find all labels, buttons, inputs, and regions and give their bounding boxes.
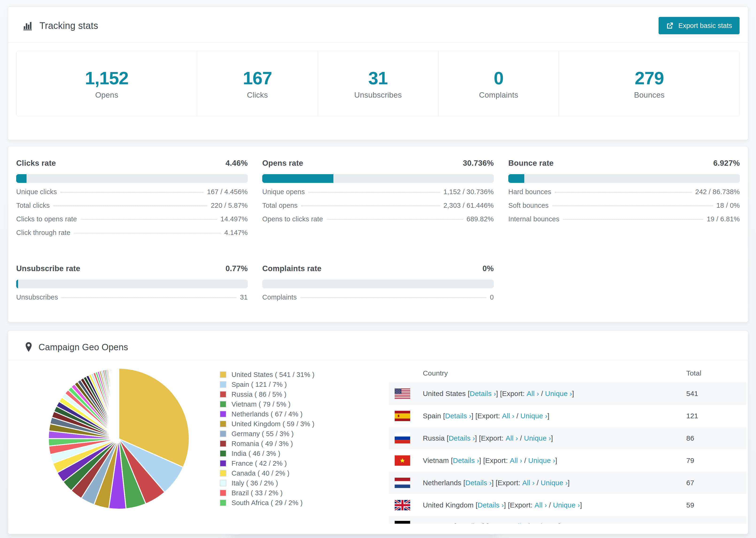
export-unique-link[interactable]: Unique › xyxy=(531,522,559,524)
export-icon xyxy=(666,22,674,29)
opens-rate-progressbar xyxy=(262,174,494,183)
rate-row-label: Unique clicks xyxy=(16,188,57,196)
export-all-link[interactable]: All › xyxy=(527,390,539,398)
export-all-link[interactable]: All › xyxy=(522,479,535,487)
rate-row-label: Clicks to opens rate xyxy=(16,215,77,223)
page-title: Tracking stats xyxy=(39,21,98,31)
export-all-link[interactable]: All › xyxy=(502,412,514,420)
rate-row-label: Internal bounces xyxy=(508,215,560,223)
legend-label: Russia ( 86 / 5% ) xyxy=(232,391,287,398)
space xyxy=(514,412,516,420)
bracket xyxy=(461,479,463,487)
stat-label: Opens xyxy=(95,91,118,99)
details-link[interactable]: Details › xyxy=(453,457,479,464)
bracket xyxy=(466,390,468,398)
rate-row-label: Opens to clicks rate xyxy=(262,215,323,223)
dotted-leader xyxy=(301,206,440,206)
legend-swatch xyxy=(220,371,226,378)
legend-swatch xyxy=(220,411,226,417)
country-name: United Kingdom xyxy=(423,501,473,509)
unsubscribe-rate-progress-fill xyxy=(16,280,18,288)
legend-item: United Kingdom ( 59 / 3% ) xyxy=(220,419,337,429)
dotted-leader xyxy=(54,206,207,206)
export-unique-link[interactable]: Unique › xyxy=(520,412,548,420)
rate-row-label: Unsubscribes xyxy=(16,294,58,301)
stat-label: Clicks xyxy=(247,91,268,99)
details-link[interactable]: Details › xyxy=(470,390,496,398)
space xyxy=(511,522,513,524)
slash: / xyxy=(549,501,551,509)
export-prefix: [Export: xyxy=(496,479,520,487)
country-total: 59 xyxy=(686,501,746,509)
details-link[interactable]: Details › xyxy=(449,434,475,442)
space xyxy=(508,457,510,464)
bracket xyxy=(449,457,451,464)
export-unique-link[interactable]: Unique › xyxy=(524,434,551,442)
rate-detail-row: Total clicks220 / 5.87% xyxy=(16,202,248,215)
export-basic-stats-button[interactable]: Export basic stats xyxy=(659,17,739,34)
legend-swatch xyxy=(220,440,226,447)
export-all-link[interactable]: All › xyxy=(535,501,547,509)
unsubscribe-rate-value: 0.77% xyxy=(225,264,248,273)
export-all-link[interactable]: All › xyxy=(506,434,518,442)
bracket-open: [ xyxy=(468,390,470,398)
space xyxy=(506,501,508,509)
dotted-leader xyxy=(74,233,221,233)
rate-row-value: 18 / 0% xyxy=(716,202,740,209)
export-unique-link[interactable]: Unique › xyxy=(545,390,572,398)
stat-box: 31 Unsubscribes xyxy=(318,51,438,116)
details-link[interactable]: Details › xyxy=(456,522,482,524)
stat-label: Bounces xyxy=(634,91,665,99)
dotted-leader xyxy=(300,297,486,298)
pie-slice xyxy=(119,368,119,439)
bracket-close: ] xyxy=(548,412,550,420)
legend-item: Germany ( 55 / 3% ) xyxy=(220,429,337,439)
bracket-close: ] xyxy=(559,522,561,524)
bounce-rate-block: Bounce rate 6.927% Hard bounces242 / 86.… xyxy=(508,159,740,242)
summary-stats: 1,152 Opens 167 Clicks 31 Unsubscribes 0… xyxy=(16,51,740,116)
rate-row-value: 1,152 / 30.736% xyxy=(444,188,494,196)
legend-swatch xyxy=(220,391,226,398)
space xyxy=(539,390,541,398)
map-pin-icon xyxy=(25,342,33,353)
legend-item: South Africa ( 29 / 2% ) xyxy=(220,498,337,508)
export-all-link[interactable]: All › xyxy=(510,457,522,464)
slash: / xyxy=(527,522,530,524)
rate-row-value: 2,303 / 61.446% xyxy=(444,202,494,209)
rate-detail-row: Unique opens1,152 / 30.736% xyxy=(262,188,494,202)
dotted-leader xyxy=(81,219,217,220)
dotted-leader xyxy=(327,219,463,220)
geo-title: Campaign Geo Opens xyxy=(38,342,128,352)
export-unique-link[interactable]: Unique › xyxy=(541,479,568,487)
rate-detail-row: Opens to clicks rate689.82% xyxy=(262,215,494,229)
legend-item: Vietnam ( 79 / 5% ) xyxy=(220,399,337,409)
dotted-leader xyxy=(553,206,713,206)
rate-row-label: Click through rate xyxy=(16,229,71,237)
details-link[interactable]: Details › xyxy=(465,479,492,487)
bracket-close: ] xyxy=(568,479,570,487)
rate-row-value: 242 / 86.738% xyxy=(695,188,740,196)
rate-detail-row: Clicks to opens rate14.497% xyxy=(16,215,248,229)
export-prefix: [Export: xyxy=(486,522,511,524)
legend-item: Romania ( 49 / 3% ) xyxy=(220,439,337,449)
bracket-close: ] xyxy=(475,434,477,442)
export-unique-link[interactable]: Unique › xyxy=(528,457,555,464)
legend-swatch xyxy=(220,381,226,388)
country-name: Vietnam xyxy=(423,457,449,464)
space xyxy=(518,412,520,420)
bounce-rate-progress-fill xyxy=(508,174,524,183)
country-name: United States xyxy=(423,390,466,398)
clicks-rate-progress-fill xyxy=(16,174,27,183)
rate-row-value: 689.82% xyxy=(466,215,494,223)
details-link[interactable]: Details › xyxy=(477,501,504,509)
geo-table-row: United States [Details ›] [Export: All ›… xyxy=(389,382,746,405)
export-unique-link[interactable]: Unique › xyxy=(553,501,580,509)
bracket-open: [ xyxy=(476,501,478,509)
bracket-open: [ xyxy=(451,457,453,464)
legend-label: Vietnam ( 79 / 5% ) xyxy=(232,401,291,408)
bracket-close: ] xyxy=(572,390,574,398)
complaints-rate-value: 0% xyxy=(482,264,494,273)
details-link[interactable]: Details › xyxy=(445,412,471,420)
export-all-link[interactable]: All › xyxy=(513,522,525,524)
rate-detail-row: Click through rate4.147% xyxy=(16,229,248,242)
